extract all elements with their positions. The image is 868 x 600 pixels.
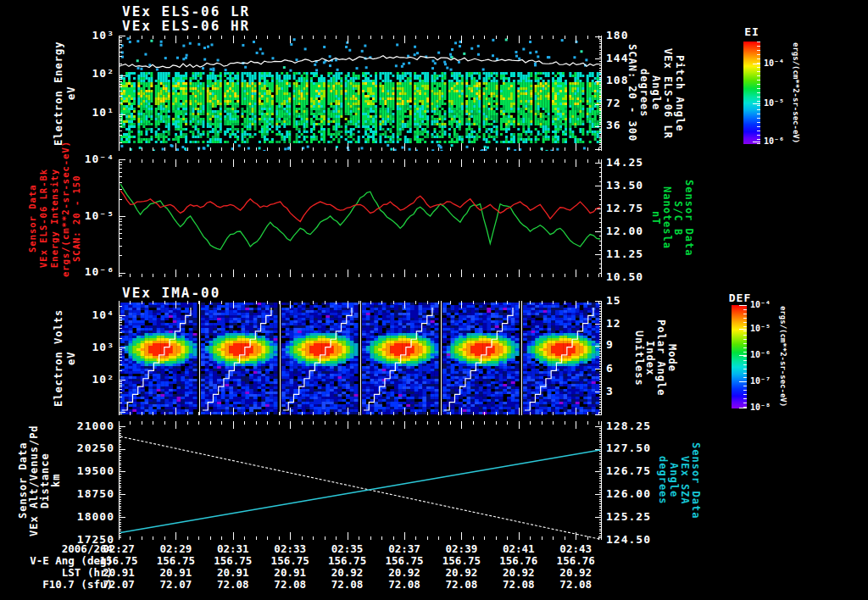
footer-value: 72.08: [433, 579, 489, 591]
footer-value: 20.92: [320, 567, 376, 579]
ima-spectrogram-canvas: [119, 301, 602, 415]
els-spectrogram-canvas: [119, 36, 602, 151]
footer-value: 20.92: [548, 567, 604, 579]
footer-value: 156.75: [205, 555, 261, 567]
axis-title-line: VEx Alt/Venus/Pd: [28, 421, 39, 540]
axis-title-line: Sensor Data: [691, 421, 702, 540]
time-tick-label: 02:35: [320, 543, 376, 555]
axis-title-line: Electron Energy: [53, 36, 64, 151]
footer-value: 156.76: [548, 555, 604, 567]
eph-left-tick-labels: 210002025019500187501800017250: [68, 421, 114, 540]
axis-title-line: Pitch Angle: [675, 36, 686, 151]
ima-left-axis-title: Electron VoltseV: [53, 301, 76, 415]
footer-value: 156.75: [262, 555, 318, 567]
axis-title-line: Sensor Data: [27, 159, 38, 277]
axis-title-line: SCAN: 20 - 150: [71, 159, 82, 277]
axis-tick-label: 11.25: [606, 248, 653, 260]
axis-tick-label: 12.00: [606, 225, 653, 237]
axis-tick-label: 21000: [68, 420, 114, 432]
colorbar-tick-label: 10⁻⁶: [750, 350, 771, 359]
colorbar-major-tick: [739, 381, 747, 382]
axis-tick-label: 13.50: [606, 180, 653, 192]
def-colorbar-unit: ergs/(cm**2-sr-sec-eV): [776, 305, 787, 408]
time-tick-label: 02:37: [376, 543, 432, 555]
footer-value: 156.75: [91, 555, 147, 567]
colorbar-major-tick: [739, 305, 747, 306]
footer-value: 156.75: [147, 555, 203, 567]
eph-right-axis-title: degreesAngleVEx SZASensor Data: [658, 421, 702, 540]
footer-value: 72.08: [320, 579, 376, 591]
footer-value: 156.75: [320, 555, 376, 567]
axis-tick-label: 14.25: [606, 157, 653, 169]
colorbar-tick-label: 10⁻⁵: [750, 324, 771, 333]
footer-value: 20.91: [91, 567, 147, 579]
axis-title-line: Sensor Data: [17, 421, 28, 540]
axis-title-line: degrees: [639, 36, 650, 151]
time-tick-label: 02:31: [205, 543, 261, 555]
axis-title-line: Energy Intensity: [49, 159, 60, 277]
axis-title-line: VEx ELS-06 LR: [663, 36, 674, 151]
axis-title-line: eV: [65, 301, 76, 415]
axis-tick-label: 20250: [68, 442, 114, 454]
axis-title-line: Mode: [667, 301, 678, 415]
axis-tick-label: 126.00: [606, 488, 653, 500]
ei-colorbar-title: EI: [735, 25, 769, 38]
axis-tick-label: 125.25: [606, 511, 653, 523]
footer-value: 156.75: [433, 555, 489, 567]
footer-value: 72.08: [376, 579, 432, 591]
footer-value: 20.91: [147, 567, 203, 579]
footer-value: 20.92: [433, 567, 489, 579]
axis-tick-label: 10.50: [606, 271, 653, 283]
axis-title-line: SCAN: 20 - 300: [627, 36, 638, 151]
axis-title-line: VEx ELS-06 LR-Bk: [38, 159, 49, 277]
footer-value: 20.92: [491, 567, 547, 579]
footer-value: 72.08: [262, 579, 318, 591]
colorbar-tick-label: 10⁻⁵: [764, 98, 784, 108]
colorbar-tick-label: 10⁻⁸: [750, 403, 771, 412]
axis-tick-label: 126.75: [606, 465, 653, 477]
time-tick-label: 02:27: [91, 543, 147, 555]
ei-colorbar-minor-ticks: [757, 42, 760, 144]
ei-colorbar-unit: ergs/(cm**2-sr-sec-eV): [789, 42, 800, 144]
colorbar-tick-label: 10⁻⁴: [750, 300, 771, 309]
axis-title-line: km: [50, 421, 61, 540]
axis-tick-label: 18750: [68, 488, 114, 500]
eph-right-tick-labels: 128.25127.50126.75126.00125.25124.50: [606, 421, 653, 540]
eph-left-axis-title: Sensor DataVEx Alt/Venus/PdDistancekm: [17, 421, 61, 540]
axis-title-line: Angle: [651, 36, 662, 151]
axis-title-line: eV: [65, 36, 76, 151]
footer-value: 20.91: [262, 567, 318, 579]
axis-title-line: Sensor Data: [684, 159, 695, 277]
colorbar-major-tick: [739, 329, 747, 330]
els-right-axis-title: SCAN: 20 - 300degreesAngleVEx ELS-06 LRP…: [627, 36, 686, 151]
axis-tick-label: 19500: [68, 465, 114, 477]
axis-tick-label: 18000: [68, 511, 114, 523]
colorbar-major-tick: [753, 103, 760, 104]
bf-right-tick-labels: 14.2513.5012.7512.0011.2510.50: [606, 159, 653, 277]
bf-left-axis-title: Sensor DataVEx ELS-06 LR-BkEnergy Intens…: [27, 159, 82, 277]
def-colorbar: [732, 305, 747, 408]
footer-value: 20.92: [376, 567, 432, 579]
time-tick-label: 02:33: [262, 543, 318, 555]
bf-right-axis-title: nTNanoteslaS/C BSensor Data: [651, 159, 695, 277]
colorbar-major-tick: [739, 355, 747, 356]
footer-value: 72.07: [91, 579, 147, 591]
footer-value: 72.08: [491, 579, 547, 591]
footer-value: 156.75: [376, 555, 432, 567]
colorbar-major-tick: [739, 408, 747, 408]
footer-value: 156.76: [491, 555, 547, 567]
footer-value: 72.08: [205, 579, 261, 591]
time-tick-label: 02:29: [147, 543, 203, 555]
footer-ephemeris-table: 2006/26402:2702:2902:3102:3302:3502:3702…: [0, 542, 868, 598]
time-tick-label: 02:43: [548, 543, 604, 555]
intensity-bfield-line-canvas: [119, 159, 602, 277]
ei-colorbar: [743, 42, 760, 144]
ephemeris-line-canvas: [119, 421, 602, 540]
footer-value: 20.91: [205, 567, 261, 579]
footer-value: 72.07: [147, 579, 203, 591]
axis-title-line: ergs/(cm**2-sr-sec-eV): [60, 159, 71, 277]
def-colorbar-minor-ticks: [743, 305, 747, 408]
time-tick-label: 02:41: [491, 543, 547, 555]
axis-title-line: Distance: [39, 421, 50, 540]
axis-tick-label: 128.25: [606, 420, 653, 432]
